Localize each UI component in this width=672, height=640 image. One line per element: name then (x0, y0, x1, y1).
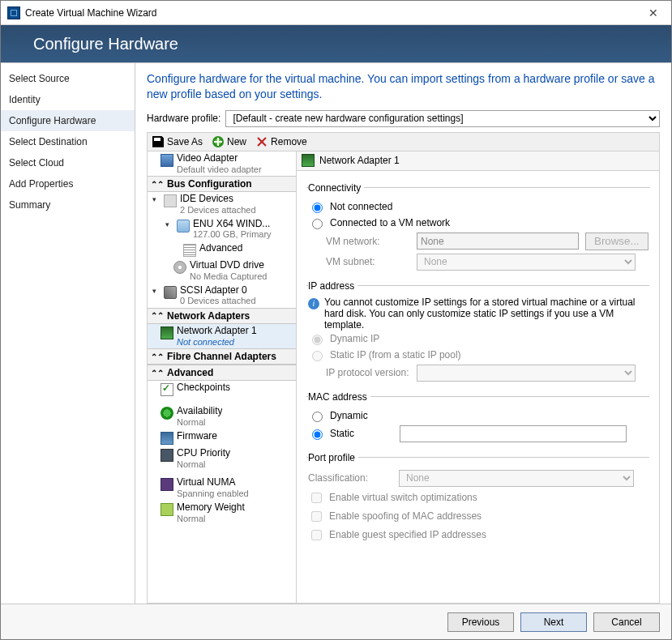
nav-configure-hardware[interactable]: Configure Hardware (1, 110, 135, 131)
check-guest-ip-row: Enable guest specified IP addresses (308, 526, 648, 544)
new-icon (212, 136, 224, 147)
tree-checkpoints[interactable]: Checkpoints (148, 381, 296, 398)
collapse-icon: ⌃⌃ (151, 352, 164, 361)
hw-toolbar: Save As New Remove (147, 132, 660, 151)
numa-icon (161, 478, 173, 491)
mac-static-input[interactable] (400, 425, 627, 442)
radio-not-connected-label: Not connected (330, 201, 392, 212)
ip-info-text: You cannot customize IP settings for a s… (324, 297, 648, 331)
detail-title: Network Adapter 1 (319, 155, 400, 166)
tree-memory-weight[interactable]: Memory WeightNormal (148, 501, 296, 525)
radio-not-connected[interactable] (312, 203, 323, 213)
tree-cat-fibre[interactable]: ⌃⌃Fibre Channel Adapters (148, 348, 296, 365)
wizard-body: Select Source Identity Configure Hardwar… (1, 62, 671, 604)
check-spoof-row: Enable spoofing of MAC addresses (308, 507, 648, 526)
connectivity-legend: Connectivity (308, 182, 364, 194)
cpu-icon (161, 449, 173, 462)
ip-group: IP address i You cannot customize IP set… (306, 280, 649, 386)
radio-static-ip[interactable] (312, 351, 323, 361)
hardware-profile-select[interactable]: [Default - create new hardware configura… (225, 110, 660, 127)
window-title: Create Virtual Machine Wizard (25, 7, 636, 19)
classification-label: Classification: (308, 472, 392, 484)
check-switch-opt[interactable] (311, 493, 322, 503)
check-switch-opt-row: Enable virtual switch optimizations (308, 489, 648, 507)
browse-button[interactable]: Browse... (585, 233, 648, 250)
radio-connected-vm-label: Connected to a VM network (330, 217, 450, 228)
nav-select-cloud[interactable]: Select Cloud (1, 152, 135, 173)
save-as-button[interactable]: Save As (152, 136, 203, 147)
collapse-icon: ⌃⌃ (151, 311, 164, 320)
banner: Configure Hardware (1, 25, 671, 62)
monitor-icon (161, 154, 173, 167)
new-button[interactable]: New (212, 136, 246, 147)
nav-pane: Select Source Identity Configure Hardwar… (1, 63, 135, 604)
radio-static-ip-row: Static IP (from a static IP pool) (308, 347, 648, 363)
tree-virtual-numa[interactable]: Virtual NUMASpanning enabled (148, 471, 296, 500)
expand-icon: ▾ (152, 194, 161, 203)
classification-select[interactable]: None (399, 470, 634, 487)
radio-connected-vm[interactable] (312, 219, 323, 229)
radio-not-connected-row: Not connected (308, 198, 648, 215)
vm-subnet-select[interactable]: None (417, 254, 636, 271)
previous-button[interactable]: Previous (447, 612, 514, 632)
nav-summary[interactable]: Summary (1, 194, 135, 215)
footer: Previous Next Cancel (1, 604, 671, 639)
tree-scsi[interactable]: ▾SCSI Adapter 00 Devices attached (148, 284, 296, 308)
tree-nic-1[interactable]: Network Adapter 1Not connected (148, 324, 296, 348)
scsi-icon (164, 286, 177, 299)
radio-mac-dynamic[interactable] (312, 412, 323, 422)
tree-availability[interactable]: AvailabilityNormal (148, 398, 296, 429)
detail-body: Connectivity Not connected Connected to … (297, 171, 659, 557)
radio-dynamic-ip-row: Dynamic IP (308, 331, 648, 347)
tree-video-adapter[interactable]: Video AdapterDefault video adapter (148, 151, 296, 176)
check-guest-ip[interactable] (311, 530, 322, 540)
nav-add-properties[interactable]: Add Properties (1, 173, 135, 194)
tree-ide-devices[interactable]: ▾IDE Devices2 Devices attached (148, 192, 296, 216)
save-icon (152, 136, 164, 147)
port-profile-legend: Port profile (308, 452, 358, 463)
tree-advanced-leaf[interactable]: Advanced (148, 241, 296, 258)
radio-connected-vm-row: Connected to a VM network (308, 215, 648, 231)
vm-subnet-row: VM subnet: None (326, 252, 648, 272)
nic-icon (161, 326, 173, 339)
radio-mac-static[interactable] (312, 429, 323, 440)
vm-network-input[interactable] (417, 233, 579, 250)
radio-mac-dynamic-label: Dynamic (330, 410, 368, 421)
collapse-icon: ⌃⌃ (151, 369, 164, 378)
mac-legend: MAC address (308, 391, 370, 403)
nav-identity[interactable]: Identity (1, 89, 135, 110)
tree-cpu-priority[interactable]: CPU PriorityNormal (148, 446, 296, 471)
close-button[interactable]: ✕ (636, 1, 671, 25)
tree-cat-network[interactable]: ⌃⌃Network Adapters (148, 308, 296, 324)
tree-enu-disk[interactable]: ▾ENU X64 WIND...127.00 GB, Primary (148, 217, 296, 241)
check-spoof[interactable] (311, 511, 322, 522)
remove-icon (256, 136, 268, 147)
cancel-button[interactable]: Cancel (593, 612, 660, 632)
next-button[interactable]: Next (520, 612, 587, 632)
nav-select-source[interactable]: Select Source (1, 68, 135, 89)
detail-pane: Network Adapter 1 Connectivity Not conne… (297, 151, 659, 603)
ide-icon (164, 194, 177, 207)
hardware-tree[interactable]: Video AdapterDefault video adapter ⌃⌃Bus… (148, 151, 297, 603)
vm-subnet-label: VM subnet: (326, 256, 410, 267)
tree-cat-bus[interactable]: ⌃⌃Bus Configuration (148, 176, 296, 192)
firmware-icon (161, 432, 173, 445)
tree-cat-advanced[interactable]: ⌃⌃Advanced (148, 365, 296, 381)
mac-group: MAC address Dynamic Static (306, 391, 649, 447)
remove-button[interactable]: Remove (256, 136, 307, 147)
titlebar: Create Virtual Machine Wizard ✕ (1, 1, 671, 25)
radio-dynamic-ip-label: Dynamic IP (330, 333, 379, 344)
check-switch-opt-label: Enable virtual switch optimizations (329, 492, 477, 503)
checkpoints-icon (161, 383, 173, 396)
ip-proto-select[interactable] (417, 365, 636, 382)
radio-dynamic-ip[interactable] (312, 335, 323, 345)
tree-dvd[interactable]: Virtual DVD driveNo Media Captured (148, 258, 296, 283)
nic-icon (302, 154, 315, 167)
ip-legend: IP address (308, 280, 357, 292)
hardware-profile-row: Hardware profile: [Default - create new … (147, 110, 660, 127)
memory-icon (161, 503, 173, 516)
nav-select-destination[interactable]: Select Destination (1, 131, 135, 152)
tree-firmware[interactable]: Firmware (148, 429, 296, 446)
availability-icon (161, 407, 173, 420)
radio-mac-static-row: Static (308, 424, 648, 444)
